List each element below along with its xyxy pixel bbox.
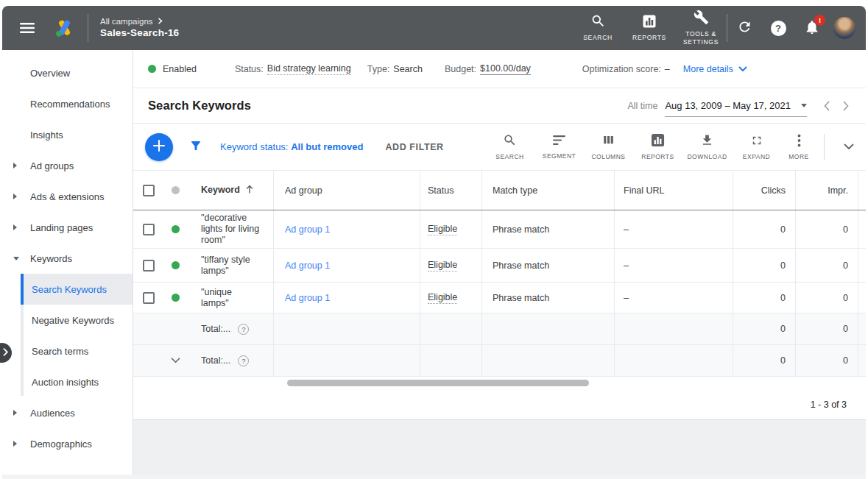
type-label: Type:: [367, 64, 390, 74]
filter-button[interactable]: [189, 139, 202, 155]
user-avatar[interactable]: [833, 17, 855, 39]
help-circle-icon[interactable]: ?: [238, 355, 249, 366]
topbar-tools-button[interactable]: TOOLS & SETTINGS: [675, 9, 727, 47]
header-keyword-label: Keyword: [201, 185, 240, 196]
table-header-row: Keyword Ad group Status Match type Final…: [133, 171, 866, 210]
sidebar-item-ad-groups[interactable]: Ad groups: [2, 150, 133, 181]
status-value[interactable]: Eligible: [428, 260, 457, 272]
sidebar-item-search-keywords[interactable]: Search Keywords: [21, 274, 133, 305]
sidebar-item-label: Audiences: [30, 408, 75, 419]
breadcrumb-all-campaigns[interactable]: All campaigns: [100, 16, 153, 26]
columns-button[interactable]: COLUMNS: [584, 129, 633, 166]
sidebar-item-label: Negative Keywords: [32, 315, 114, 326]
ad-group-link[interactable]: Ad group 1: [285, 293, 330, 303]
more-details-button[interactable]: More details: [683, 64, 747, 74]
download-icon: [700, 133, 714, 149]
sidebar-item-demographics[interactable]: Demographics: [2, 428, 133, 459]
topbar-search-label: SEARCH: [583, 34, 613, 42]
expand-label: EXPAND: [743, 153, 770, 160]
refresh-button[interactable]: [727, 11, 761, 45]
ad-group-link[interactable]: Ad group 1: [285, 224, 330, 235]
sidebar-item-keywords[interactable]: Keywords: [2, 243, 133, 274]
header-match-type[interactable]: Match type: [481, 171, 614, 210]
table-row: "decorative lights for living room" Ad g…: [133, 210, 866, 249]
notifications-button[interactable]: !: [795, 11, 829, 45]
collapse-toolbar-button[interactable]: [832, 132, 866, 162]
status-value[interactable]: Eligible: [428, 292, 457, 304]
add-keyword-button[interactable]: [145, 133, 173, 161]
chevron-down-icon: [738, 64, 747, 74]
total-clicks: 0: [733, 313, 795, 344]
more-vertical-icon: [797, 134, 801, 149]
sidebar-item-overview[interactable]: Overview: [2, 57, 133, 88]
sidebar-item-label: Search Keywords: [32, 284, 107, 295]
horizontal-scrollbar[interactable]: [287, 380, 589, 386]
expand-icon: [750, 134, 763, 149]
next-period-button[interactable]: [842, 101, 850, 111]
add-filter-button[interactable]: ADD FILTER: [385, 142, 443, 152]
help-circle-icon[interactable]: ?: [238, 324, 249, 335]
sidebar-item-auction-insights[interactable]: Auction insights: [21, 366, 133, 397]
columns-label: COLUMNS: [591, 153, 625, 160]
row-checkbox[interactable]: [143, 224, 155, 235]
status-value[interactable]: Eligible: [428, 224, 457, 235]
topbar-reports-label: REPORTS: [632, 34, 666, 42]
keyword-status-filter-chip[interactable]: Keyword status: All but removed: [220, 141, 363, 152]
chevron-right-icon: [158, 16, 163, 26]
clicks-cell: 0: [733, 283, 795, 313]
topbar-search-button[interactable]: SEARCH: [572, 9, 624, 47]
header-ad-group[interactable]: Ad group: [273, 171, 420, 210]
budget-value[interactable]: $100.00/day: [480, 63, 531, 75]
sidebar-item-search-terms[interactable]: Search terms: [21, 336, 133, 366]
google-ads-window: All campaigns Sales-Search-16 SEARCH REP…: [2, 6, 866, 475]
google-ads-logo[interactable]: [48, 19, 80, 38]
header-status[interactable]: Status: [420, 171, 481, 210]
more-button[interactable]: MORE: [781, 129, 816, 166]
header-clicks[interactable]: Clicks: [733, 171, 795, 210]
type-value: Search: [393, 64, 423, 74]
sidebar-item-audiences[interactable]: Audiences: [2, 397, 133, 428]
sidebar-item-negative-keywords[interactable]: Negative Keywords: [21, 305, 133, 336]
date-range-label: All time: [627, 101, 657, 111]
row-checkbox[interactable]: [143, 260, 155, 272]
table-search-button[interactable]: SEARCH: [485, 129, 534, 166]
final-url-cell: –: [614, 283, 733, 313]
topbar-reports-button[interactable]: REPORTS: [624, 9, 675, 47]
expand-button[interactable]: EXPAND: [732, 129, 781, 166]
columns-icon: [601, 133, 615, 149]
previous-period-button[interactable]: [823, 101, 830, 111]
row-checkbox[interactable]: [143, 292, 155, 304]
sidebar-item-recommendations[interactable]: Recommendations: [2, 88, 133, 119]
content-background: [133, 420, 866, 475]
campaign-name[interactable]: Sales-Search-16: [100, 27, 179, 40]
total-label: Total:...: [201, 324, 230, 334]
download-button[interactable]: DOWNLOAD: [682, 129, 732, 166]
status-value[interactable]: Bid strategy learning: [267, 63, 351, 75]
pagination-range: 1 - 3 of 3: [811, 400, 847, 410]
reports-icon: [651, 133, 665, 149]
sidebar-item-ads-extensions[interactable]: Ads & extensions: [2, 181, 133, 212]
segment-button[interactable]: SEGMENT: [534, 129, 584, 166]
window-bottom-edge: [2, 475, 866, 479]
horizontal-scroll-area: [133, 377, 866, 389]
help-button[interactable]: ?: [761, 11, 795, 45]
expand-total-button[interactable]: [171, 358, 180, 363]
sidebar-item-insights[interactable]: Insights: [2, 119, 133, 150]
table-reports-button[interactable]: REPORTS: [633, 129, 682, 166]
header-keyword[interactable]: Keyword: [201, 185, 253, 196]
topbar-tools-label: TOOLS & SETTINGS: [683, 30, 719, 46]
final-url-cell: –: [614, 210, 733, 248]
header-impr[interactable]: Impr.: [795, 171, 858, 210]
header-final-url[interactable]: Final URL: [614, 171, 733, 210]
total-label: Total:...: [201, 355, 230, 366]
clicks-cell: 0: [733, 249, 795, 282]
date-range-picker[interactable]: All time Aug 13, 2009 – May 17, 2021: [627, 100, 807, 112]
select-all-checkbox[interactable]: [143, 185, 155, 196]
sidebar-item-landing-pages[interactable]: Landing pages: [2, 212, 133, 243]
chevron-collapsed-icon: [13, 194, 17, 199]
match-type-cell: Phrase match: [481, 249, 614, 282]
ad-group-link[interactable]: Ad group 1: [285, 260, 330, 271]
page-title: Search Keywords: [148, 99, 251, 113]
hamburger-menu-icon[interactable]: [13, 13, 42, 43]
optimization-score-value: –: [665, 64, 670, 74]
